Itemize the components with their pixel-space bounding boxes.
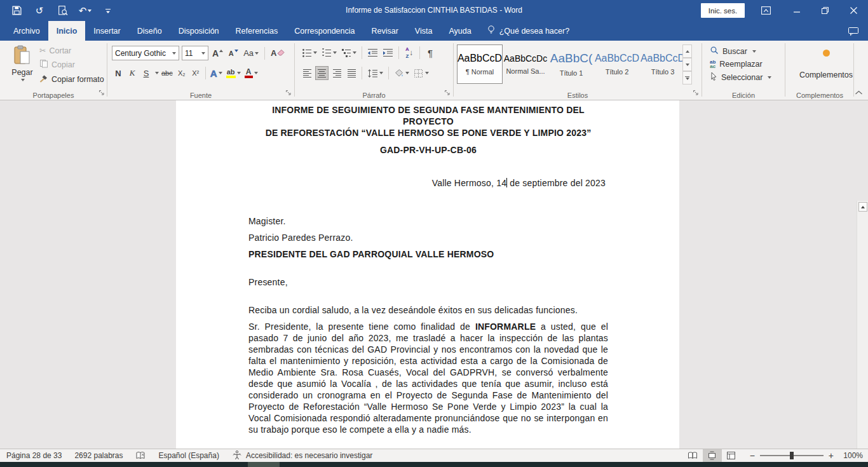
qat-customize-icon[interactable] [100, 3, 116, 18]
gallery-down-icon[interactable] [682, 58, 692, 71]
tab-diseno[interactable]: Diseño [129, 21, 170, 41]
save-icon[interactable] [9, 3, 24, 18]
vertical-scrollbar[interactable] [857, 201, 868, 449]
line-spacing-icon[interactable] [366, 66, 384, 80]
underline-button[interactable]: S [140, 66, 153, 80]
replace-button[interactable]: ab ac Reemplazar [710, 60, 771, 69]
select-button[interactable]: Seleccionar [710, 72, 771, 83]
find-button[interactable]: Buscar [710, 46, 771, 57]
style-titulo-2[interactable]: AaBbCcD Título 2 [594, 44, 640, 84]
zoom-slider[interactable] [760, 455, 824, 456]
paragraph-dialog-launcher-icon[interactable] [444, 87, 451, 98]
styles-gallery: AaBbCcD ¶ Normal AaBbCcDc Normal Sa... A… [457, 44, 686, 84]
increase-indent-icon[interactable] [381, 46, 395, 60]
style-titulo-1[interactable]: AaBbC( Título 1 [548, 44, 594, 84]
numbering-icon[interactable] [320, 46, 338, 60]
tab-ayuda[interactable]: Ayuda [440, 21, 479, 41]
web-layout-icon[interactable] [722, 449, 741, 462]
subscript-button[interactable]: X₂ [175, 66, 188, 80]
font-family-combo[interactable]: Century Gothic [112, 46, 179, 60]
accessibility-status[interactable]: Accesibilidad: es necesario investigar [232, 450, 372, 462]
zoom-level[interactable]: 100% [839, 451, 863, 460]
print-preview-icon[interactable] [55, 3, 70, 18]
text-effects-button[interactable]: A [209, 66, 224, 80]
scroll-up-icon[interactable] [858, 202, 867, 212]
zoom-out-icon[interactable]: − [750, 450, 755, 461]
ribbon-display-options-icon[interactable] [757, 3, 774, 18]
language-indicator[interactable]: Español (España) [158, 451, 219, 460]
clipboard-dialog-launcher-icon[interactable] [98, 87, 105, 98]
align-right-icon[interactable] [330, 66, 343, 80]
tab-archivo[interactable]: Archivo [5, 21, 48, 41]
underline-caret[interactable] [155, 72, 159, 74]
tell-me-box[interactable]: ¿Qué desea hacer? [480, 21, 578, 41]
doc-date-line: Valle Hermoso, 14 de septiembre del 2023 [248, 177, 608, 189]
cut-button[interactable]: ✂ Cortar [39, 46, 104, 55]
group-styles: AaBbCcD ¶ Normal AaBbCcDc Normal Sa... A… [454, 41, 701, 100]
strikethrough-button[interactable]: abc [160, 66, 174, 80]
zoom-slider-handle[interactable] [790, 452, 794, 459]
styles-dialog-launcher-icon[interactable] [693, 87, 699, 98]
tab-insertar[interactable]: Insertar [85, 21, 128, 41]
window-controls [782, 0, 868, 21]
shrink-font-button[interactable]: A [227, 46, 240, 60]
italic-button[interactable]: K [126, 66, 139, 80]
style-titulo-3[interactable]: AaBbCcD Título 3 [640, 44, 686, 84]
style-normal-sa[interactable]: AaBbCcDc Normal Sa... [503, 44, 548, 84]
tab-referencias[interactable]: Referencias [227, 21, 287, 41]
copy-button[interactable]: Copiar [39, 59, 104, 70]
taskbar-active-segment [248, 462, 280, 467]
align-center-icon[interactable] [315, 66, 329, 80]
print-layout-icon[interactable] [703, 449, 722, 462]
gallery-up-icon[interactable] [682, 44, 692, 58]
tab-revisar[interactable]: Revisar [363, 21, 406, 41]
undo-icon[interactable]: ↶ [78, 3, 93, 18]
proofing-error-icon[interactable] [135, 451, 146, 460]
style-normal[interactable]: AaBbCcD ¶ Normal [457, 44, 503, 84]
collapse-ribbon-icon[interactable] [855, 86, 863, 98]
decrease-indent-icon[interactable] [366, 46, 379, 60]
format-painter-button[interactable]: Copiar formato [39, 74, 104, 85]
superscript-button[interactable]: X² [189, 66, 202, 80]
highlight-color-button[interactable]: ab [225, 66, 242, 80]
minimize-button[interactable] [782, 0, 811, 21]
document-page[interactable]: INFORME DE SEGUIMIENTO DE SEGUNDA FASE M… [176, 100, 679, 449]
gallery-more-icon[interactable] [682, 71, 692, 85]
divider [702, 43, 702, 97]
tab-inicio[interactable]: Inicio [48, 21, 86, 41]
show-marks-button[interactable]: ¶ [424, 46, 437, 60]
change-case-button[interactable]: Aa [242, 46, 260, 60]
tab-correspondencia[interactable]: Correspondencia [286, 21, 363, 41]
page-count[interactable]: Página 28 de 33 [6, 451, 62, 460]
zoom-in-icon[interactable]: + [829, 450, 834, 461]
word-count[interactable]: 2692 palabras [74, 451, 123, 460]
font-color-button[interactable]: A [243, 66, 259, 80]
repeat-icon[interactable]: ↺ [32, 3, 47, 18]
bullets-icon[interactable] [301, 46, 318, 60]
read-mode-icon[interactable] [684, 449, 703, 462]
grow-font-button[interactable]: A [211, 46, 224, 60]
shading-icon[interactable] [393, 66, 410, 80]
sign-in-button[interactable]: Inic. ses. [701, 3, 745, 18]
clear-formatting-button[interactable]: A [269, 46, 286, 60]
group-font: Century Gothic 11 A A Aa A N [108, 41, 294, 100]
restore-button[interactable] [811, 0, 839, 21]
align-left-icon[interactable] [301, 66, 313, 80]
multilevel-list-icon[interactable] [340, 46, 358, 60]
tab-disposicion[interactable]: Disposición [170, 21, 227, 41]
paste-label: Pegar [11, 68, 32, 77]
doc-body-bold: INFORMARLE [475, 321, 536, 332]
font-dialog-launcher-icon[interactable] [285, 87, 292, 98]
font-size-combo[interactable]: 11 [182, 46, 208, 60]
borders-icon[interactable] [412, 66, 430, 80]
sort-icon[interactable]: A Z ↓ [403, 46, 416, 60]
addins-button[interactable]: Complementos [796, 44, 857, 90]
justify-icon[interactable] [345, 66, 358, 80]
paste-button[interactable]: Pegar [8, 44, 37, 91]
tab-vista[interactable]: Vista [407, 21, 441, 41]
feedback-icon[interactable] [839, 21, 868, 41]
bold-button[interactable]: N [112, 66, 125, 80]
clipboard-commands: ✂ Cortar Copiar Copiar formato [39, 46, 104, 85]
close-button[interactable] [839, 0, 868, 21]
divider [294, 43, 295, 97]
